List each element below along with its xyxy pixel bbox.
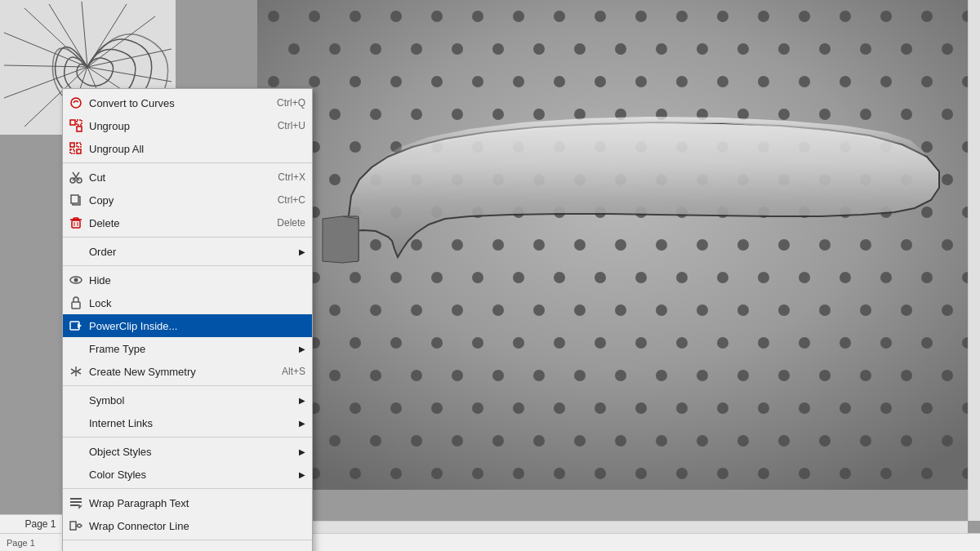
menu-item-order[interactable]: Order ▶ xyxy=(63,240,312,263)
menu-item-wrap-connector[interactable]: Wrap Connector Line xyxy=(63,514,312,537)
svg-point-51 xyxy=(268,76,279,87)
svg-point-155 xyxy=(942,239,953,251)
svg-point-219 xyxy=(697,370,708,381)
svg-point-201 xyxy=(676,337,688,349)
svg-point-267 xyxy=(513,468,524,479)
svg-point-164 xyxy=(595,272,606,283)
svg-rect-306 xyxy=(70,504,78,506)
svg-rect-287 xyxy=(70,149,74,153)
menu-item-object-styles[interactable]: Object Styles ▶ xyxy=(63,440,312,463)
svg-point-120 xyxy=(942,174,953,185)
menu-item-cut[interactable]: Cut Ctrl+X xyxy=(63,166,312,189)
svg-point-60 xyxy=(635,76,647,87)
svg-point-181 xyxy=(574,304,586,316)
svg-rect-304 xyxy=(70,498,82,500)
svg-point-47 xyxy=(819,43,831,55)
svg-point-257 xyxy=(819,435,831,447)
svg-point-212 xyxy=(411,370,422,381)
svg-point-268 xyxy=(554,468,565,479)
menu-item-overprint-fill[interactable]: Overprint Fill xyxy=(63,543,312,551)
svg-point-200 xyxy=(635,337,647,349)
svg-point-168 xyxy=(758,272,769,283)
svg-point-145 xyxy=(533,239,545,251)
menu-item-hide[interactable]: Hide xyxy=(63,269,312,291)
svg-point-214 xyxy=(492,370,504,381)
svg-point-32 xyxy=(921,11,933,22)
menu-item-wrap-paragraph[interactable]: Wrap Paragraph Text xyxy=(63,491,312,514)
svg-point-20 xyxy=(431,11,443,22)
svg-point-165 xyxy=(635,272,647,283)
svg-point-189 xyxy=(901,304,912,316)
delete-label: Delete xyxy=(89,217,261,229)
svg-point-280 xyxy=(71,98,81,108)
symbol-label: Symbol xyxy=(89,394,296,407)
svg-rect-307 xyxy=(70,522,76,530)
menu-item-internet-links[interactable]: Internet Links ▶ xyxy=(63,411,312,434)
svg-point-242 xyxy=(921,402,933,414)
svg-point-224 xyxy=(901,370,912,381)
svg-rect-301 xyxy=(72,302,80,309)
menu-item-frame-type[interactable]: Frame Type ▶ xyxy=(63,337,312,360)
svg-point-260 xyxy=(942,435,953,447)
svg-point-75 xyxy=(533,109,545,120)
svg-point-211 xyxy=(370,370,381,381)
svg-point-23 xyxy=(554,11,565,22)
svg-point-37 xyxy=(411,43,422,55)
svg-point-38 xyxy=(452,43,463,55)
svg-point-39 xyxy=(492,43,504,55)
frame-type-label: Frame Type xyxy=(89,343,296,355)
page-tab-label: Page 1 xyxy=(24,518,56,530)
order-icon xyxy=(68,243,84,260)
svg-point-252 xyxy=(615,435,626,447)
menu-item-convert-to-curves[interactable]: Convert to Curves Ctrl+Q xyxy=(63,91,312,114)
svg-point-81 xyxy=(778,109,790,120)
svg-point-255 xyxy=(737,435,749,447)
svg-point-203 xyxy=(758,337,769,349)
ungroup-all-icon xyxy=(68,140,84,157)
object-styles-label: Object Styles xyxy=(89,446,296,458)
menu-item-copy[interactable]: Copy Ctrl+C xyxy=(63,189,312,211)
svg-point-169 xyxy=(799,272,810,283)
object-styles-arrow: ▶ xyxy=(299,447,305,456)
svg-point-277 xyxy=(921,468,933,479)
svg-point-147 xyxy=(615,239,626,251)
scrollbar-vertical[interactable] xyxy=(968,0,980,521)
svg-point-180 xyxy=(533,304,545,316)
svg-point-225 xyxy=(942,370,953,381)
svg-point-251 xyxy=(574,435,586,447)
svg-point-102 xyxy=(921,141,933,153)
menu-item-powerclip[interactable]: PowerClip Inside... xyxy=(63,314,312,337)
svg-point-175 xyxy=(329,304,341,316)
svg-point-199 xyxy=(595,337,606,349)
svg-point-247 xyxy=(411,435,422,447)
menu-item-create-symmetry[interactable]: Create New Symmetry Alt+S xyxy=(63,360,312,383)
menu-item-ungroup[interactable]: Ungroup Ctrl+U xyxy=(63,114,312,137)
separator-5 xyxy=(63,437,312,438)
svg-point-54 xyxy=(390,76,402,87)
svg-point-235 xyxy=(635,402,647,414)
menu-item-symbol[interactable]: Symbol ▶ xyxy=(63,389,312,411)
svg-point-16 xyxy=(268,11,279,22)
svg-point-183 xyxy=(656,304,667,316)
svg-point-26 xyxy=(676,11,688,22)
menu-item-color-styles[interactable]: Color Styles ▶ xyxy=(63,463,312,486)
wrap-paragraph-label: Wrap Paragraph Text xyxy=(89,497,305,509)
menu-item-lock[interactable]: Lock xyxy=(63,291,312,314)
svg-point-193 xyxy=(350,337,361,349)
svg-point-223 xyxy=(860,370,871,381)
svg-rect-296 xyxy=(74,218,78,220)
svg-point-182 xyxy=(615,304,626,316)
cut-shortcut: Ctrl+X xyxy=(278,171,305,183)
svg-point-45 xyxy=(737,43,749,55)
svg-rect-294 xyxy=(72,220,80,228)
menu-item-ungroup-all[interactable]: Ungroup All xyxy=(63,137,312,160)
svg-point-233 xyxy=(554,402,565,414)
svg-point-50 xyxy=(942,43,953,55)
svg-point-25 xyxy=(635,11,647,22)
svg-point-195 xyxy=(431,337,443,349)
convert-curves-label: Convert to Curves xyxy=(89,97,261,109)
symbol-icon xyxy=(68,392,84,408)
svg-point-217 xyxy=(615,370,626,381)
menu-item-delete[interactable]: Delete Delete xyxy=(63,211,312,234)
create-symmetry-label: Create New Symmetry xyxy=(89,366,265,378)
